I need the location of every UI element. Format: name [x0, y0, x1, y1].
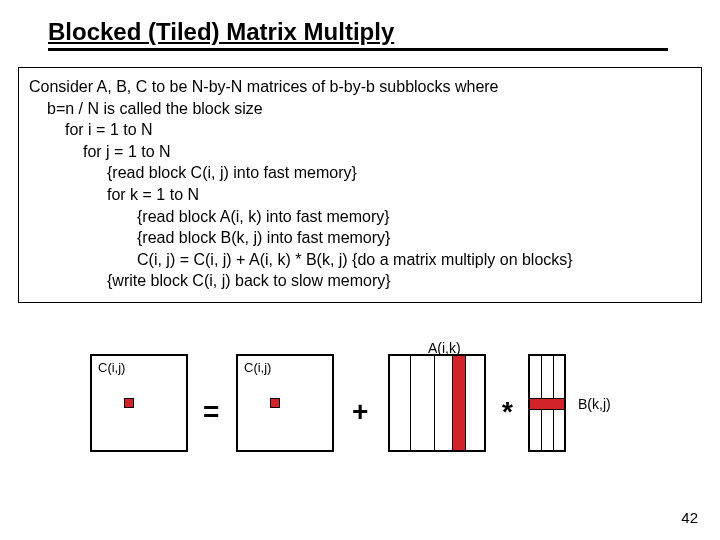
equals-op: = [203, 396, 219, 428]
title-bar: Blocked (Tiled) Matrix Multiply [48, 18, 668, 51]
a-gridline-icon [434, 356, 435, 450]
code-line: C(i, j) = C(i, j) + A(i, k) * B(k, j) {d… [137, 249, 691, 271]
c-subblock-icon [270, 398, 280, 408]
code-line: Consider A, B, C to be N-by-N matrices o… [29, 76, 691, 98]
diagram: C(i,j) = C(i,j) + A(i,k) * B(k,j) [0, 340, 720, 500]
star-op: * [502, 396, 513, 428]
code-line: {read block C(i, j) into fast memory} [107, 162, 691, 184]
matrix-b [528, 354, 566, 452]
c-subblock-icon [124, 398, 134, 408]
matrix-a-label: A(i,k) [428, 340, 461, 356]
matrix-c-left-label: C(i,j) [98, 360, 125, 375]
matrix-c-right: C(i,j) [236, 354, 334, 452]
a-gridline-icon [410, 356, 411, 450]
plus-op: + [352, 396, 368, 428]
pseudocode-box: Consider A, B, C to be N-by-N matrices o… [18, 67, 702, 303]
matrix-b-label: B(k,j) [578, 396, 611, 412]
code-line: for k = 1 to N [107, 184, 691, 206]
page-number: 42 [681, 509, 698, 526]
b-row-band-icon [530, 398, 564, 410]
matrix-c-right-label: C(i,j) [244, 360, 271, 375]
slide-title: Blocked (Tiled) Matrix Multiply [48, 18, 394, 45]
a-column-band-icon [452, 356, 466, 450]
code-line: for j = 1 to N [83, 141, 691, 163]
code-line: b=n / N is called the block size [47, 98, 691, 120]
code-line: {read block A(i, k) into fast memory} [137, 206, 691, 228]
code-line: for i = 1 to N [65, 119, 691, 141]
code-line: {read block B(k, j) into fast memory} [137, 227, 691, 249]
code-line: {write block C(i, j) back to slow memory… [107, 270, 691, 292]
matrix-a [388, 354, 486, 452]
matrix-c-left: C(i,j) [90, 354, 188, 452]
